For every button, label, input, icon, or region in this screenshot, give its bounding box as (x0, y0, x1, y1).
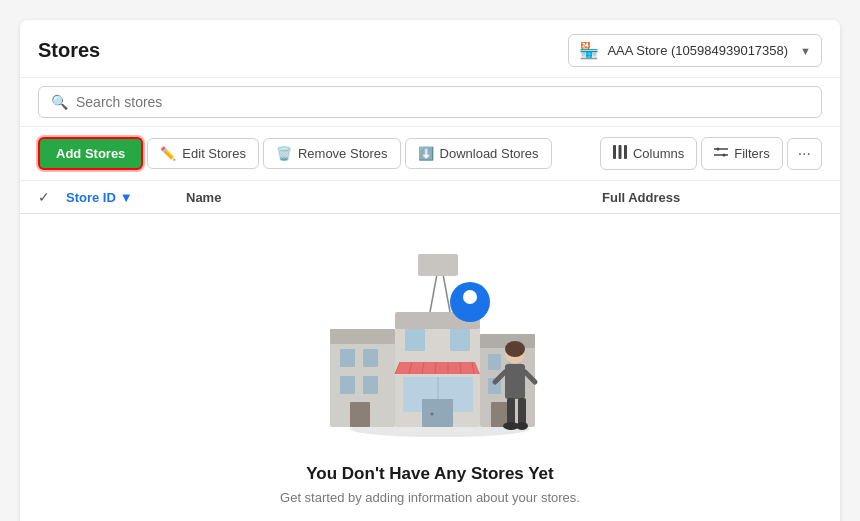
svg-rect-2 (624, 145, 627, 159)
svg-rect-28 (405, 329, 425, 351)
svg-point-45 (505, 341, 525, 357)
download-stores-button[interactable]: ⬇️ Download Stores (405, 138, 552, 169)
svg-rect-12 (340, 376, 355, 394)
th-name: Name (186, 190, 602, 205)
search-input[interactable] (76, 94, 809, 110)
svg-rect-11 (363, 349, 378, 367)
trash-icon: 🗑️ (276, 146, 292, 161)
remove-stores-button[interactable]: 🗑️ Remove Stores (263, 138, 401, 169)
download-stores-label: Download Stores (440, 146, 539, 161)
empty-state-title: You Don't Have Any Stores Yet (306, 464, 553, 484)
remove-stores-label: Remove Stores (298, 146, 388, 161)
edit-stores-button[interactable]: ✏️ Edit Stores (147, 138, 259, 169)
svg-rect-19 (418, 254, 458, 276)
svg-rect-0 (613, 145, 616, 159)
download-icon: ⬇️ (418, 146, 434, 161)
pencil-icon: ✏️ (160, 146, 176, 161)
filters-label: Filters (734, 146, 769, 161)
store-selector-label: AAA Store (105984939017358) (607, 43, 788, 58)
svg-rect-50 (518, 398, 526, 426)
columns-button[interactable]: Columns (600, 137, 697, 170)
svg-rect-32 (422, 399, 453, 427)
add-stores-button[interactable]: Add Stores (38, 137, 143, 170)
empty-illustration (300, 244, 560, 444)
svg-rect-46 (505, 364, 525, 399)
toolbar: Add Stores ✏️ Edit Stores 🗑️ Remove Stor… (20, 126, 840, 181)
empty-state-subtitle: Get started by adding information about … (280, 490, 580, 505)
svg-point-42 (463, 290, 477, 304)
svg-rect-49 (507, 398, 515, 426)
svg-line-17 (430, 274, 437, 312)
more-button[interactable]: ··· (787, 138, 822, 170)
columns-icon (613, 145, 627, 162)
search-icon: 🔍 (51, 94, 68, 110)
th-checkbox[interactable]: ✓ (38, 189, 66, 205)
svg-line-18 (443, 274, 450, 312)
page-header: Stores 🏪 AAA Store (105984939017358) ▼ (20, 20, 840, 77)
svg-rect-29 (450, 329, 470, 351)
svg-point-33 (431, 413, 434, 416)
empty-state: You Don't Have Any Stores Yet Get starte… (20, 214, 840, 521)
svg-rect-13 (363, 376, 378, 394)
svg-point-52 (516, 422, 528, 430)
search-wrapper: 🔍 (38, 86, 822, 118)
filters-button[interactable]: Filters (701, 137, 782, 170)
main-container: Stores 🏪 AAA Store (105984939017358) ▼ 🔍… (20, 20, 840, 521)
edit-stores-label: Edit Stores (182, 146, 246, 161)
filters-icon (714, 145, 728, 162)
columns-label: Columns (633, 146, 684, 161)
table-header: ✓ Store ID ▼ Name Full Address (20, 181, 840, 214)
th-store-id[interactable]: Store ID ▼ (66, 190, 186, 205)
search-bar-container: 🔍 (20, 77, 840, 126)
svg-rect-9 (330, 329, 395, 344)
th-full-address: Full Address (602, 190, 822, 205)
chevron-down-icon: ▼ (800, 45, 811, 57)
svg-rect-10 (340, 349, 355, 367)
svg-rect-1 (618, 145, 621, 159)
store-icon: 🏪 (579, 41, 599, 60)
svg-rect-14 (350, 402, 370, 427)
page-title: Stores (38, 39, 100, 62)
svg-marker-20 (395, 362, 480, 374)
sort-icon: ▼ (120, 190, 133, 205)
svg-rect-36 (488, 354, 501, 370)
store-selector[interactable]: 🏪 AAA Store (105984939017358) ▼ (568, 34, 822, 67)
